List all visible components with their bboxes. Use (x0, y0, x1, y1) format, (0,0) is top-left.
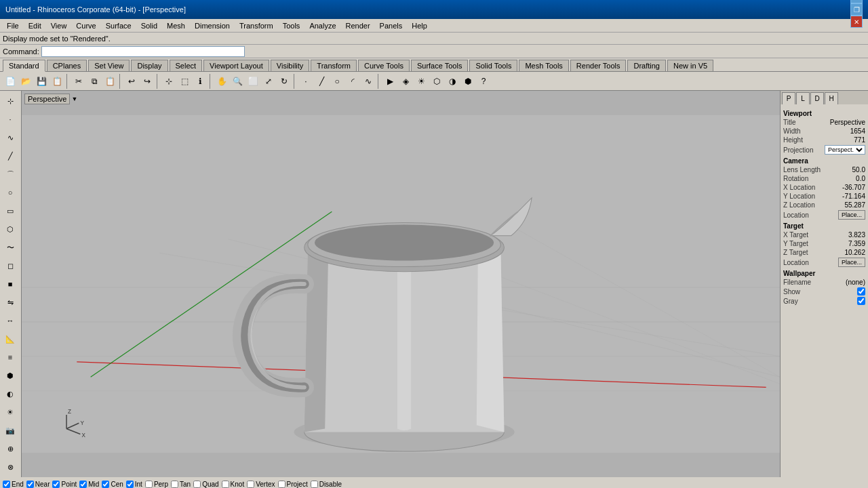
arc-icon[interactable]: ◜ (345, 74, 360, 89)
curve-tool-icon[interactable]: ∿ (1, 129, 19, 146)
render-icon[interactable]: ▶ (382, 74, 397, 89)
snap-checkbox-cen[interactable] (102, 481, 109, 488)
close-button[interactable]: ✕ (850, 16, 863, 28)
toolbar-tab-new-in-v5[interactable]: New in V5 (667, 60, 713, 71)
render-side-icon[interactable]: ◐ (1, 385, 19, 403)
rotate-view-icon[interactable]: ↻ (277, 74, 292, 89)
rp-tab-l[interactable]: L (796, 92, 810, 104)
snap-checkbox-near[interactable] (26, 481, 34, 488)
prop-gray-checkbox[interactable] (857, 297, 865, 305)
snap-checkbox-vertex[interactable] (247, 481, 254, 488)
toolbar-tab-standard[interactable]: Standard (3, 60, 45, 72)
light-icon[interactable]: ☀ (414, 74, 429, 89)
menu-item-mesh[interactable]: Mesh (163, 21, 189, 30)
shade-icon[interactable]: ◑ (445, 74, 460, 89)
line-icon[interactable]: ╱ (314, 74, 329, 89)
gumball-icon[interactable]: ⊗ (1, 458, 19, 476)
rp-tab-p[interactable]: P (782, 92, 795, 104)
command-input[interactable] (41, 46, 245, 57)
transform-tool-icon[interactable]: ⇋ (1, 293, 19, 311)
snap-checkbox-disable[interactable] (311, 481, 318, 488)
dimension-tool-icon[interactable]: ↔ (1, 312, 19, 329)
arc-tool-icon[interactable]: ⌒ (1, 165, 19, 183)
rp-tab-h[interactable]: H (825, 92, 838, 104)
camera-side-icon[interactable]: 📷 (1, 422, 19, 439)
snap-checkbox-point[interactable] (52, 481, 60, 488)
snap-checkbox-knot[interactable] (222, 481, 229, 488)
restore-button[interactable]: ❐ (850, 3, 863, 16)
freeform-icon[interactable]: 〜 (1, 239, 19, 256)
menu-item-dimension[interactable]: Dimension (191, 21, 234, 30)
viewport-dropdown-icon[interactable]: ▼ (71, 96, 77, 102)
properties-icon[interactable]: ℹ (193, 74, 208, 89)
snap-checkbox-end[interactable] (3, 481, 10, 488)
select-icon[interactable]: ⊹ (161, 74, 176, 89)
snap-checkbox-perp[interactable] (145, 481, 153, 488)
menu-item-render[interactable]: Render (342, 21, 374, 30)
prop-cam-place-btn[interactable]: Place... (838, 210, 865, 220)
mesh-icon[interactable]: ⬢ (1, 367, 19, 384)
display-icon[interactable]: ⬡ (429, 74, 444, 89)
toolbar-tab-surface-tools[interactable]: Surface Tools (411, 60, 468, 71)
zoom-extents-icon[interactable]: ⤢ (261, 74, 276, 89)
snap-checkbox-mid[interactable] (79, 481, 87, 488)
menu-item-panels[interactable]: Panels (376, 21, 407, 30)
toolbar-tab-set-view[interactable]: Set View (88, 60, 130, 71)
menu-item-view[interactable]: View (47, 21, 71, 30)
wireframe-icon[interactable]: ⬢ (460, 74, 475, 89)
toolbar-tab-viewport-layout[interactable]: Viewport Layout (203, 60, 269, 71)
prop-target-place-btn[interactable]: Place... (838, 258, 865, 267)
toolbar-tab-drafting[interactable]: Drafting (627, 60, 666, 71)
toolbar-tab-select[interactable]: Select (170, 60, 203, 71)
save-icon[interactable]: 💾 (34, 74, 49, 89)
window-select-icon[interactable]: ⬚ (177, 74, 192, 89)
toolbar-tab-visibility[interactable]: Visibility (271, 60, 310, 71)
redo-icon[interactable]: ↪ (140, 74, 155, 89)
undo-icon[interactable]: ↩ (124, 74, 139, 89)
prop-projection-dropdown[interactable]: Perspect... Parallel (825, 145, 865, 155)
zoom-window-icon[interactable]: ⬜ (245, 74, 260, 89)
toolbar-tab-mesh-tools[interactable]: Mesh Tools (519, 60, 568, 71)
prop-show-checkbox[interactable] (857, 287, 865, 296)
circle-tool-icon[interactable]: ○ (1, 184, 19, 201)
point-icon[interactable]: · (298, 74, 313, 89)
menu-item-analyze[interactable]: Analyze (305, 21, 340, 30)
snap-checkbox-int[interactable] (126, 481, 134, 488)
toolbar-tab-curve-tools[interactable]: Curve Tools (358, 60, 410, 71)
light-side-icon[interactable]: ☀ (1, 403, 19, 421)
snap-checkbox-tan[interactable] (171, 481, 178, 488)
pan-icon[interactable]: ✋ (214, 74, 229, 89)
rp-tab-d[interactable]: D (810, 92, 824, 104)
circle-icon[interactable]: ○ (330, 74, 344, 89)
toolbar-tab-render-tools[interactable]: Render Tools (570, 60, 627, 71)
menu-item-help[interactable]: Help (408, 21, 431, 30)
analysis-icon[interactable]: 📐 (1, 330, 19, 348)
layer-icon[interactable]: ≡ (1, 348, 19, 366)
menu-item-transform[interactable]: Transform (235, 21, 277, 30)
polygon-tool-icon[interactable]: ⬡ (1, 220, 19, 238)
viewport-canvas[interactable]: Perspective ▼ (22, 91, 780, 477)
copy-icon[interactable]: ⧉ (87, 74, 102, 89)
surface-tool-icon[interactable]: ◻ (1, 257, 19, 274)
toolbar-tab-display[interactable]: Display (131, 60, 167, 71)
help-icon[interactable]: ? (476, 74, 491, 89)
point-tool-icon[interactable]: · (1, 110, 19, 128)
line-tool-icon[interactable]: ╱ (1, 147, 19, 165)
menu-item-tools[interactable]: Tools (279, 21, 304, 30)
snap-side-icon[interactable]: ⊕ (1, 440, 19, 458)
menu-item-curve[interactable]: Curve (72, 21, 100, 30)
solid-tool-icon[interactable]: ■ (1, 275, 19, 293)
toolbar-tab-solid-tools[interactable]: Solid Tools (469, 60, 517, 71)
snap-checkbox-quad[interactable] (193, 481, 201, 488)
curve-icon[interactable]: ∿ (361, 74, 376, 89)
toolbar-tab-transform[interactable]: Transform (311, 60, 357, 71)
material-icon[interactable]: ◈ (398, 74, 413, 89)
zoom-icon[interactable]: 🔍 (230, 74, 245, 89)
cut-icon[interactable]: ✂ (71, 74, 86, 89)
snap-checkbox-project[interactable] (278, 481, 285, 488)
menu-item-file[interactable]: File (3, 21, 23, 30)
menu-item-solid[interactable]: Solid (137, 21, 161, 30)
menu-item-edit[interactable]: Edit (24, 21, 45, 30)
toolbar-tab-cplanes[interactable]: CPlanes (47, 60, 87, 71)
select-objects-icon[interactable]: ⊹ (1, 92, 19, 110)
